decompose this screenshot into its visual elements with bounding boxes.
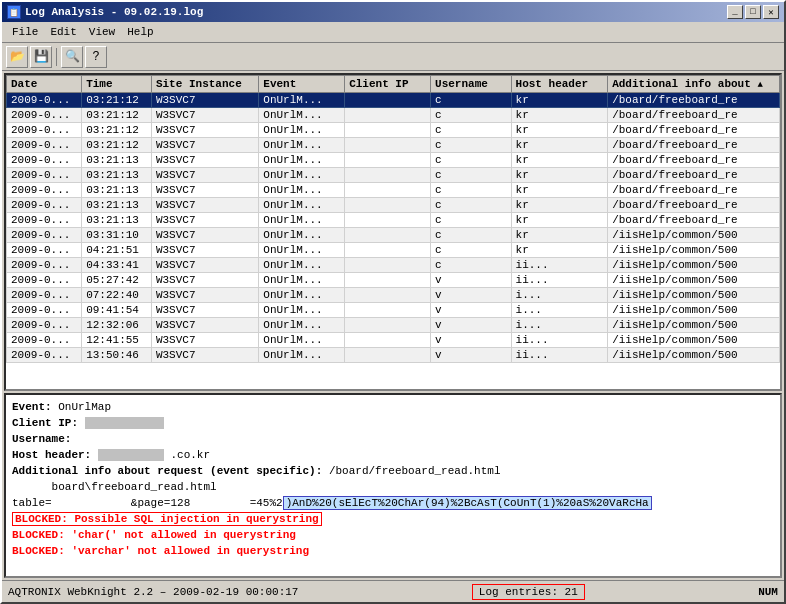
toolbar: 📂 💾 🔍 ? (2, 43, 784, 71)
col-client-ip[interactable]: Client IP (345, 76, 431, 93)
table-cell: 2009-0... (7, 93, 82, 108)
col-event[interactable]: Event (259, 76, 345, 93)
minimize-button[interactable]: _ (727, 5, 743, 19)
table-cell: v (431, 273, 512, 288)
table-row[interactable]: 2009-0...04:21:51W3SVC7OnUrlM...ckr/iisH… (7, 243, 780, 258)
status-right: NUM (758, 586, 778, 598)
table-cell: kr (511, 93, 608, 108)
table-row[interactable]: 2009-0...03:21:12W3SVC7OnUrlM...ckr/boar… (7, 108, 780, 123)
table-cell: W3SVC7 (151, 348, 258, 363)
additional-label: Additional info about request (event spe… (12, 465, 322, 477)
table-cell: OnUrlM... (259, 273, 345, 288)
detail-username: Username: (12, 431, 774, 447)
maximize-button[interactable]: □ (745, 5, 761, 19)
col-additional-info[interactable]: Additional info about ▲ (608, 76, 780, 93)
table-cell: W3SVC7 (151, 168, 258, 183)
find-button[interactable]: 🔍 (61, 46, 83, 68)
detail-host-header: Host header: .co.kr (12, 447, 774, 463)
table-row[interactable]: 2009-0...03:31:10W3SVC7OnUrlM...ckr/iisH… (7, 228, 780, 243)
close-button[interactable]: ✕ (763, 5, 779, 19)
table-cell: 2009-0... (7, 108, 82, 123)
table-cell: /board/freeboard_re (608, 138, 780, 153)
table-row[interactable]: 2009-0...03:21:13W3SVC7OnUrlM...ckr/boar… (7, 168, 780, 183)
log-table-container[interactable]: Date Time Site Instance Event Client IP … (4, 73, 782, 391)
table-cell: kr (511, 153, 608, 168)
table-cell (345, 93, 431, 108)
table-cell: W3SVC7 (151, 273, 258, 288)
table-row[interactable]: 2009-0...12:32:06W3SVC7OnUrlM...vi.../ii… (7, 318, 780, 333)
blocked2-value: 'char(' not allowed in querystring (71, 529, 295, 541)
table-cell: 03:21:12 (82, 93, 152, 108)
table-row[interactable]: 2009-0...03:21:13W3SVC7OnUrlM...ckr/boar… (7, 213, 780, 228)
table-cell: 2009-0... (7, 198, 82, 213)
title-bar-controls: _ □ ✕ (727, 5, 779, 19)
table-row[interactable]: 2009-0...07:22:40W3SVC7OnUrlM...vi.../ii… (7, 288, 780, 303)
help-button[interactable]: ? (85, 46, 107, 68)
table-row[interactable]: 2009-0...12:41:55W3SVC7OnUrlM...vii.../i… (7, 333, 780, 348)
table-row[interactable]: 2009-0...03:21:13W3SVC7OnUrlM...ckr/boar… (7, 183, 780, 198)
table-cell: W3SVC7 (151, 303, 258, 318)
url-text: board\freeboard_read.html (12, 481, 217, 493)
table-row[interactable]: 2009-0...13:50:46W3SVC7OnUrlM...vii.../i… (7, 348, 780, 363)
menu-edit[interactable]: Edit (44, 24, 82, 40)
window-icon: 📋 (7, 5, 21, 19)
table-cell: OnUrlM... (259, 93, 345, 108)
client-ip-value (85, 417, 164, 429)
table-row[interactable]: 2009-0...03:21:12W3SVC7OnUrlM...ckr/boar… (7, 93, 780, 108)
table-cell: 07:22:40 (82, 288, 152, 303)
table-cell: OnUrlM... (259, 123, 345, 138)
table-cell: kr (511, 183, 608, 198)
status-bar: AQTRONIX WebKnight 2.2 – 2009-02-19 00:0… (2, 580, 784, 602)
table-cell: 2009-0... (7, 303, 82, 318)
table-row[interactable]: 2009-0...03:21:13W3SVC7OnUrlM...ckr/boar… (7, 153, 780, 168)
host-header-domain: .co.kr (170, 449, 210, 461)
table-cell: W3SVC7 (151, 123, 258, 138)
table-cell: /board/freeboard_re (608, 108, 780, 123)
table-row[interactable]: 2009-0...09:41:54W3SVC7OnUrlM...vi.../ii… (7, 303, 780, 318)
detail-blocked2: BLOCKED: 'char(' not allowed in querystr… (12, 527, 774, 543)
table-cell: ii... (511, 333, 608, 348)
table-row[interactable]: 2009-0...04:33:41W3SVC7OnUrlM...cii.../i… (7, 258, 780, 273)
table-row[interactable]: 2009-0...03:21:13W3SVC7OnUrlM...ckr/boar… (7, 198, 780, 213)
table-cell (345, 228, 431, 243)
col-site-instance[interactable]: Site Instance (151, 76, 258, 93)
log-table: Date Time Site Instance Event Client IP … (6, 75, 780, 363)
title-bar-left: 📋 Log Analysis - 09.02.19.log (7, 5, 203, 19)
table-cell: c (431, 258, 512, 273)
save-button[interactable]: 💾 (30, 46, 52, 68)
table-cell: W3SVC7 (151, 138, 258, 153)
blocked3-value: 'varchar' not allowed in querystring (71, 545, 309, 557)
col-host-header[interactable]: Host header (511, 76, 608, 93)
col-date[interactable]: Date (7, 76, 82, 93)
table-row[interactable]: 2009-0...03:21:12W3SVC7OnUrlM...ckr/boar… (7, 138, 780, 153)
table-cell: /iisHelp/common/500 (608, 318, 780, 333)
table-cell: 2009-0... (7, 273, 82, 288)
table-cell: kr (511, 123, 608, 138)
col-username[interactable]: Username (431, 76, 512, 93)
table-cell: v (431, 348, 512, 363)
table-cell: 2009-0... (7, 183, 82, 198)
table-cell (345, 108, 431, 123)
table-cell (345, 138, 431, 153)
table-cell: c (431, 243, 512, 258)
table-row[interactable]: 2009-0...03:21:12W3SVC7OnUrlM...ckr/boar… (7, 123, 780, 138)
open-button[interactable]: 📂 (6, 46, 28, 68)
detail-client-ip: Client IP: (12, 415, 774, 431)
col-time[interactable]: Time (82, 76, 152, 93)
window-title: Log Analysis - 09.02.19.log (25, 6, 203, 18)
table-cell: W3SVC7 (151, 183, 258, 198)
table-scroll[interactable]: Date Time Site Instance Event Client IP … (6, 75, 780, 389)
table-cell (345, 213, 431, 228)
table-cell (345, 258, 431, 273)
menu-file[interactable]: File (6, 24, 44, 40)
toolbar-separator (56, 48, 57, 66)
table-row[interactable]: 2009-0...05:27:42W3SVC7OnUrlM...vii.../i… (7, 273, 780, 288)
table-cell: 2009-0... (7, 288, 82, 303)
detail-additional: Additional info about request (event spe… (12, 463, 774, 479)
table-cell: /board/freeboard_re (608, 198, 780, 213)
menu-help[interactable]: Help (121, 24, 159, 40)
table-cell: 03:21:12 (82, 108, 152, 123)
table-cell: kr (511, 108, 608, 123)
menu-view[interactable]: View (83, 24, 121, 40)
table-cell (345, 348, 431, 363)
